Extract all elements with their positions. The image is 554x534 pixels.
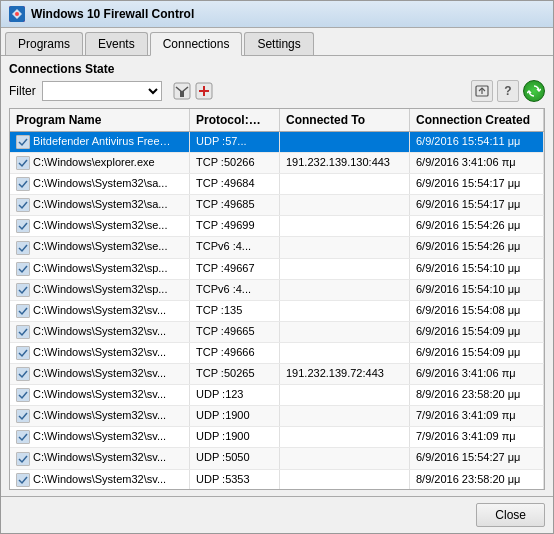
row-icon	[16, 430, 30, 444]
table-row[interactable]: C:\Windows\System32\sv... UDP :5050 6/9/…	[10, 448, 544, 469]
svg-rect-16	[17, 284, 29, 296]
table-row[interactable]: C:\Windows\System32\sv... UDP :5353 8/9/…	[10, 470, 544, 490]
cell-created: 6/9/2016 15:54:26 μμ	[410, 216, 544, 236]
table-row[interactable]: C:\Windows\System32\sv... UDP :1900 7/9/…	[10, 406, 544, 427]
col-program: Program Name	[10, 109, 190, 131]
cell-connected-to	[280, 216, 410, 236]
tab-programs[interactable]: Programs	[5, 32, 83, 55]
svg-rect-23	[17, 431, 29, 443]
cell-created: 6/9/2016 15:54:09 μμ	[410, 343, 544, 363]
main-content: Connections State Filter	[1, 56, 553, 496]
filter-row: Filter	[9, 80, 545, 102]
cell-protocol: TCPv6 :4...	[190, 280, 280, 300]
app-icon	[9, 6, 25, 22]
svg-rect-24	[17, 453, 29, 465]
row-icon	[16, 473, 30, 487]
window-title: Windows 10 Firewall Control	[31, 7, 194, 21]
row-icon	[16, 241, 30, 255]
cell-created: 7/9/2016 3:41:09 πμ	[410, 427, 544, 447]
cell-connected-to	[280, 259, 410, 279]
row-icon	[16, 325, 30, 339]
cell-protocol: UDP :5353	[190, 470, 280, 490]
help-icon[interactable]: ?	[497, 80, 519, 102]
svg-rect-25	[17, 474, 29, 486]
col-created: Connection Created	[410, 109, 544, 131]
svg-rect-15	[17, 263, 29, 275]
filter-select[interactable]	[42, 81, 162, 101]
title-bar: Windows 10 Firewall Control	[1, 1, 553, 28]
tab-events[interactable]: Events	[85, 32, 148, 55]
cell-protocol: UDP :5050	[190, 448, 280, 468]
cell-connected-to	[280, 343, 410, 363]
table-row[interactable]: C:\Windows\System32\sv... TCP :50265 191…	[10, 364, 544, 385]
cell-created: 6/9/2016 15:54:08 μμ	[410, 301, 544, 321]
cell-program: C:\Windows\System32\sp...	[10, 280, 190, 300]
section-label: Connections State	[9, 62, 545, 76]
cell-connected-to	[280, 132, 410, 152]
cell-created: 7/9/2016 3:41:09 πμ	[410, 406, 544, 426]
table-row[interactable]: C:\Windows\System32\sv... TCP :49666 6/9…	[10, 343, 544, 364]
table-row[interactable]: C:\Windows\System32\sp... TCP :49667 6/9…	[10, 259, 544, 280]
table-row[interactable]: C:\Windows\System32\se... TCPv6 :4... 6/…	[10, 237, 544, 258]
cell-program: C:\Windows\System32\sv...	[10, 364, 190, 384]
cell-program: C:\Windows\System32\sv...	[10, 343, 190, 363]
cell-program: Bitdefender Antivirus Free…	[10, 132, 190, 152]
tab-settings[interactable]: Settings	[244, 32, 313, 55]
close-button[interactable]: Close	[476, 503, 545, 527]
cell-protocol: UDP :1900	[190, 427, 280, 447]
table-row[interactable]: C:\Windows\System32\sa... TCP :49684 6/9…	[10, 174, 544, 195]
cell-connected-to	[280, 174, 410, 194]
svg-rect-20	[17, 368, 29, 380]
svg-rect-12	[17, 199, 29, 211]
cell-created: 6/9/2016 15:54:27 μμ	[410, 448, 544, 468]
cell-program: C:\Windows\System32\sv...	[10, 385, 190, 405]
toolbar-right: ?	[471, 80, 545, 102]
cell-protocol: UDP :57...	[190, 132, 280, 152]
table-row[interactable]: C:\Windows\System32\se... TCP :49699 6/9…	[10, 216, 544, 237]
cell-protocol: TCP :49699	[190, 216, 280, 236]
cell-created: 8/9/2016 23:58:20 μμ	[410, 470, 544, 490]
cell-program: C:\Windows\System32\sa...	[10, 195, 190, 215]
tab-connections[interactable]: Connections	[150, 32, 243, 56]
cell-created: 6/9/2016 15:54:10 μμ	[410, 259, 544, 279]
cell-connected-to	[280, 427, 410, 447]
svg-rect-13	[17, 220, 29, 232]
table-row[interactable]: C:\Windows\System32\sa... TCP :49685 6/9…	[10, 195, 544, 216]
table-row[interactable]: C:\Windows\System32\sv... TCP :49665 6/9…	[10, 322, 544, 343]
cell-program: C:\Windows\System32\sv...	[10, 448, 190, 468]
cell-created: 6/9/2016 15:54:10 μμ	[410, 280, 544, 300]
cell-program: C:\Windows\System32\sv...	[10, 427, 190, 447]
table-row[interactable]: C:\Windows\System32\sv... UDP :1900 7/9/…	[10, 427, 544, 448]
cell-protocol: TCPv6 :4...	[190, 237, 280, 257]
cell-protocol: TCP :49684	[190, 174, 280, 194]
cell-protocol: UDP :123	[190, 385, 280, 405]
refresh-icon[interactable]	[523, 80, 545, 102]
table-row[interactable]: C:\Windows\explorer.exe TCP :50266 191.2…	[10, 153, 544, 174]
row-icon	[16, 304, 30, 318]
table-row[interactable]: Bitdefender Antivirus Free… UDP :57... 6…	[10, 132, 544, 153]
row-icon	[16, 219, 30, 233]
cell-connected-to	[280, 385, 410, 405]
cell-program: C:\Windows\System32\sv...	[10, 406, 190, 426]
row-icon	[16, 177, 30, 191]
cell-connected-to	[280, 237, 410, 257]
cell-created: 6/9/2016 15:54:17 μμ	[410, 195, 544, 215]
filter-icon1[interactable]	[172, 81, 192, 101]
cell-program: C:\Windows\System32\sv...	[10, 301, 190, 321]
cell-connected-to	[280, 406, 410, 426]
row-icon	[16, 135, 30, 149]
row-icon	[16, 156, 30, 170]
cell-program: C:\Windows\System32\sv...	[10, 322, 190, 342]
cell-program: C:\Windows\System32\sa...	[10, 174, 190, 194]
filter-icon2[interactable]	[194, 81, 214, 101]
table-row[interactable]: C:\Windows\System32\sv... UDP :123 8/9/2…	[10, 385, 544, 406]
export-icon[interactable]	[471, 80, 493, 102]
row-icon	[16, 283, 30, 297]
cell-protocol: TCP :49667	[190, 259, 280, 279]
table-row[interactable]: C:\Windows\System32\sp... TCPv6 :4... 6/…	[10, 280, 544, 301]
table-row[interactable]: C:\Windows\System32\sv... TCP :135 6/9/2…	[10, 301, 544, 322]
cell-connected-to	[280, 448, 410, 468]
tab-bar: Programs Events Connections Settings	[1, 28, 553, 56]
row-icon	[16, 409, 30, 423]
cell-protocol: TCP :135	[190, 301, 280, 321]
